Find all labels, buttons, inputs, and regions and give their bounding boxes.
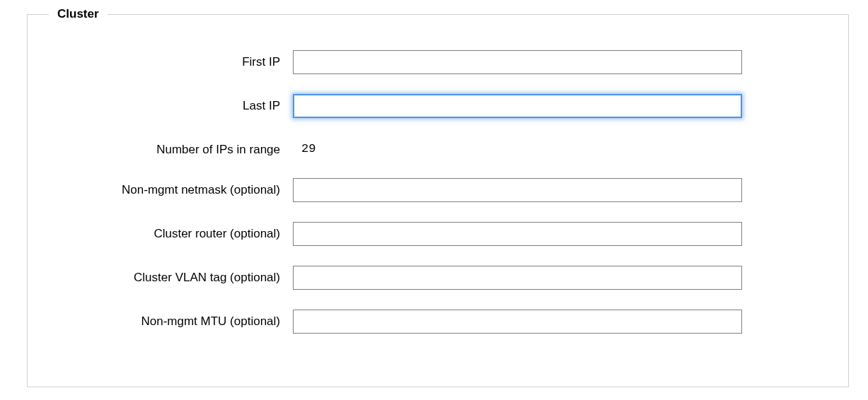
non-mgmt-mtu-label: Non-mgmt MTU (optional) — [49, 310, 293, 330]
form-row-last-ip: Last IP — [49, 94, 827, 118]
first-ip-label: First IP — [49, 50, 293, 71]
non-mgmt-mtu-input[interactable] — [293, 310, 742, 334]
non-mgmt-netmask-input[interactable] — [293, 178, 742, 202]
cluster-legend: Cluster — [49, 7, 108, 21]
form-row-num-ips: Number of IPs in range 29 — [49, 138, 827, 158]
non-mgmt-netmask-label: Non-mgmt netmask (optional) — [49, 178, 293, 199]
form-row-first-ip: First IP — [49, 50, 827, 74]
first-ip-input[interactable] — [293, 50, 742, 74]
form-row-cluster-vlan-tag: Cluster VLAN tag (optional) — [49, 266, 827, 290]
cluster-vlan-tag-label: Cluster VLAN tag (optional) — [49, 266, 293, 286]
last-ip-label: Last IP — [49, 94, 293, 114]
form-row-non-mgmt-mtu: Non-mgmt MTU (optional) — [49, 310, 827, 334]
cluster-router-input[interactable] — [293, 222, 742, 246]
cluster-router-label: Cluster router (optional) — [49, 222, 293, 242]
cluster-fieldset: Cluster First IP Last IP Number of IPs i… — [27, 14, 849, 387]
last-ip-input[interactable] — [293, 94, 742, 118]
form-row-non-mgmt-netmask: Non-mgmt netmask (optional) — [49, 178, 827, 202]
cluster-vlan-tag-input[interactable] — [293, 266, 742, 290]
num-ips-label: Number of IPs in range — [49, 138, 293, 158]
num-ips-value: 29 — [293, 138, 742, 155]
form-row-cluster-router: Cluster router (optional) — [49, 222, 827, 246]
